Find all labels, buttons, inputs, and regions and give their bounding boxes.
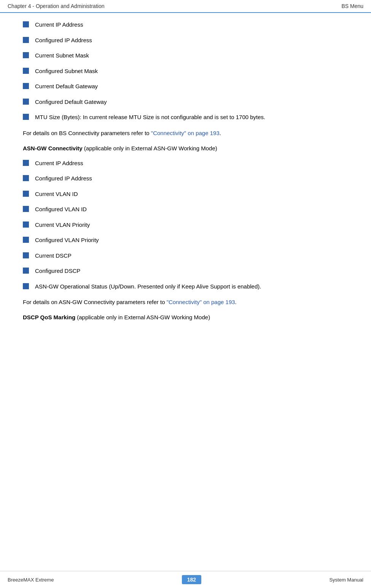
list-item: Current Default Gateway xyxy=(23,82,348,91)
bullet-text: ASN-GW Operational Status (Up/Down. Pres… xyxy=(35,282,261,291)
list-item: Current VLAN ID xyxy=(23,190,348,199)
paragraph-2: For details on ASN-GW Connectivity param… xyxy=(23,298,348,307)
dscp-heading: DSCP QoS Marking (applicable only in Ext… xyxy=(23,313,348,322)
bullet-text: Current IP Address xyxy=(35,21,83,29)
list-item: Configured VLAN Priority xyxy=(23,236,348,245)
asngw-heading-bold: ASN-GW Connectivity xyxy=(23,145,83,151)
list-item: Configured Default Gateway xyxy=(23,98,348,107)
bullet-icon xyxy=(23,37,29,43)
bullet-text: Configured VLAN ID xyxy=(35,205,87,214)
bullet-text: Current Default Gateway xyxy=(35,82,98,91)
bullet-text: Configured VLAN Priority xyxy=(35,236,99,245)
asngw-heading-rest: (applicable only in External ASN-GW Work… xyxy=(83,145,217,151)
bullet-icon xyxy=(23,237,29,243)
para2-link[interactable]: "Connectivity" on page 193 xyxy=(167,299,235,305)
bullet-text: Current VLAN ID xyxy=(35,190,78,199)
asngw-heading: ASN-GW Connectivity (applicable only in … xyxy=(23,144,348,153)
bullet-text: MTU Size (Bytes): In current release MTU… xyxy=(35,113,265,122)
list-item: Current IP Address xyxy=(23,21,348,29)
bullet-icon xyxy=(23,175,29,181)
footer-manual: System Manual xyxy=(329,577,363,583)
header-chapter: Chapter 4 - Operation and Administration xyxy=(8,3,104,9)
footer-product: BreezeMAX Extreme xyxy=(8,577,54,583)
list-item: Configured IP Address xyxy=(23,36,348,45)
bullet-icon xyxy=(23,114,29,120)
page-container: Chapter 4 - Operation and Administration… xyxy=(0,0,371,588)
bullet-icon xyxy=(23,221,29,228)
list-item: Configured VLAN ID xyxy=(23,205,348,214)
bullet-icon xyxy=(23,191,29,197)
bullet-text: Configured IP Address xyxy=(35,174,92,183)
bullet-icon xyxy=(23,252,29,258)
para1-prefix: For details on BS Connectivity parameter… xyxy=(23,130,151,136)
dscp-heading-bold: DSCP QoS Marking xyxy=(23,314,75,320)
list-item: Configured IP Address xyxy=(23,174,348,183)
bullet-text: Current Subnet Mask xyxy=(35,51,89,60)
para1-suffix: . xyxy=(220,130,221,136)
bullet-icon xyxy=(23,52,29,58)
list-item: ASN-GW Operational Status (Up/Down. Pres… xyxy=(23,282,348,291)
bullet-text: Configured DSCP xyxy=(35,267,80,276)
page-content: Current IP Address Configured IP Address… xyxy=(0,13,371,352)
bullet-text: Current IP Address xyxy=(35,159,83,168)
list-item: Current IP Address xyxy=(23,159,348,168)
bullet-text: Current VLAN Priority xyxy=(35,221,90,229)
list-item: MTU Size (Bytes): In current release MTU… xyxy=(23,113,348,122)
bullet-text: Current DSCP xyxy=(35,252,72,260)
bullet-icon xyxy=(23,83,29,89)
bullet-icon xyxy=(23,99,29,105)
page-header: Chapter 4 - Operation and Administration… xyxy=(0,0,371,13)
list-item: Current DSCP xyxy=(23,252,348,260)
para2-prefix: For details on ASN-GW Connectivity param… xyxy=(23,299,167,305)
list-item: Configured Subnet Mask xyxy=(23,67,348,76)
list-item: Current Subnet Mask xyxy=(23,51,348,60)
list-item: Current VLAN Priority xyxy=(23,221,348,229)
paragraph-1: For details on BS Connectivity parameter… xyxy=(23,129,348,138)
bullet-icon xyxy=(23,283,29,289)
section2-bullets: Current IP Address Configured IP Address… xyxy=(23,159,348,291)
list-item: Configured DSCP xyxy=(23,267,348,276)
bullet-icon xyxy=(23,68,29,74)
bullet-icon xyxy=(23,160,29,166)
bullet-icon xyxy=(23,206,29,212)
bullet-icon xyxy=(23,268,29,274)
bullet-icon xyxy=(23,21,29,27)
para1-link[interactable]: "Connectivity" on page 193 xyxy=(151,130,220,136)
para2-suffix: . xyxy=(235,299,237,305)
bullet-text: Configured Default Gateway xyxy=(35,98,107,107)
dscp-heading-rest: (applicable only in External ASN-GW Work… xyxy=(75,314,210,320)
footer-page-number: 182 xyxy=(182,575,201,584)
section1-bullets: Current IP Address Configured IP Address… xyxy=(23,21,348,122)
bullet-text: Configured IP Address xyxy=(35,36,92,45)
page-footer: BreezeMAX Extreme 182 System Manual xyxy=(0,571,371,588)
header-section: BS Menu xyxy=(341,3,363,9)
bullet-text: Configured Subnet Mask xyxy=(35,67,98,76)
